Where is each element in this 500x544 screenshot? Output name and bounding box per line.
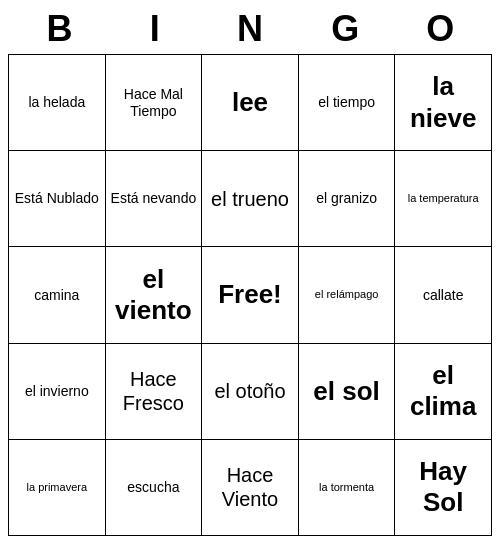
table-cell-2: lee	[202, 55, 299, 151]
table-cell-20: la primavera	[9, 440, 106, 536]
table-cell-10: camina	[9, 247, 106, 343]
table-cell-24: Hay Sol	[395, 440, 492, 536]
cell-text-6: Está nevando	[111, 190, 197, 207]
table-cell-5: Está Nublado	[9, 151, 106, 247]
table-cell-7: el trueno	[202, 151, 299, 247]
cell-text-16: Hace Fresco	[110, 367, 198, 415]
table-cell-18: el sol	[299, 344, 396, 440]
table-cell-0: la helada	[9, 55, 106, 151]
cell-text-22: Hace Viento	[206, 463, 294, 511]
table-cell-15: el invierno	[9, 344, 106, 440]
table-cell-12: Free!	[202, 247, 299, 343]
cell-text-2: lee	[232, 87, 268, 118]
cell-text-3: el tiempo	[318, 94, 375, 111]
table-cell-19: el clima	[395, 344, 492, 440]
header-n: N	[206, 8, 294, 50]
table-cell-16: Hace Fresco	[106, 344, 203, 440]
cell-text-7: el trueno	[211, 187, 289, 211]
table-cell-8: el granizo	[299, 151, 396, 247]
cell-text-12: Free!	[218, 279, 282, 310]
table-cell-14: callate	[395, 247, 492, 343]
table-cell-13: el relámpago	[299, 247, 396, 343]
table-cell-4: la nieve	[395, 55, 492, 151]
cell-text-24: Hay Sol	[399, 456, 487, 518]
cell-text-8: el granizo	[316, 190, 377, 207]
bingo-header: B I N G O	[8, 8, 492, 50]
header-i: I	[111, 8, 199, 50]
cell-text-13: el relámpago	[315, 288, 379, 301]
cell-text-20: la primavera	[27, 481, 88, 494]
cell-text-11: el viento	[110, 264, 198, 326]
cell-text-23: la tormenta	[319, 481, 374, 494]
table-cell-17: el otoño	[202, 344, 299, 440]
cell-text-19: el clima	[399, 360, 487, 422]
table-cell-21: escucha	[106, 440, 203, 536]
cell-text-0: la helada	[28, 94, 85, 111]
table-cell-11: el viento	[106, 247, 203, 343]
cell-text-10: camina	[34, 287, 79, 304]
cell-text-14: callate	[423, 287, 463, 304]
cell-text-17: el otoño	[214, 379, 285, 403]
header-g: G	[301, 8, 389, 50]
cell-text-9: la temperatura	[408, 192, 479, 205]
cell-text-1: Hace Mal Tiempo	[110, 86, 198, 120]
cell-text-4: la nieve	[399, 71, 487, 133]
cell-text-5: Está Nublado	[15, 190, 99, 207]
cell-text-18: el sol	[313, 376, 379, 407]
table-cell-3: el tiempo	[299, 55, 396, 151]
header-b: B	[16, 8, 104, 50]
table-cell-6: Está nevando	[106, 151, 203, 247]
table-cell-9: la temperatura	[395, 151, 492, 247]
table-cell-22: Hace Viento	[202, 440, 299, 536]
bingo-grid: la heladaHace Mal Tiempoleeel tiempola n…	[8, 54, 492, 536]
table-cell-23: la tormenta	[299, 440, 396, 536]
cell-text-21: escucha	[127, 479, 179, 496]
cell-text-15: el invierno	[25, 383, 89, 400]
table-cell-1: Hace Mal Tiempo	[106, 55, 203, 151]
header-o: O	[396, 8, 484, 50]
